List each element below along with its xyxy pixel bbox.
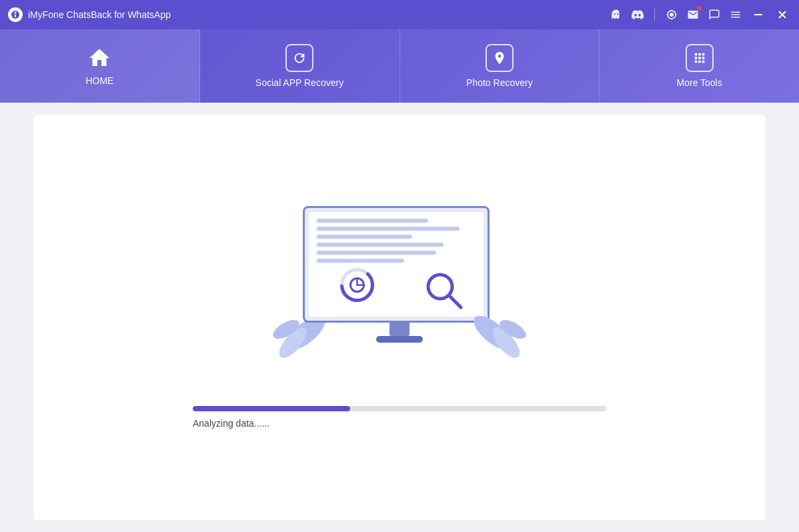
screen-line (317, 251, 436, 255)
mail-icon[interactable] (686, 7, 700, 22)
progress-bar-wrap (193, 406, 606, 411)
close-button[interactable] (774, 6, 791, 23)
title-bar-left: iMyFone ChatsBack for WhatsApp (8, 7, 171, 22)
progress-container: Analyzing data...... (193, 406, 606, 429)
nav-label-home: HOME (85, 75, 113, 86)
illustration (273, 206, 526, 379)
app-title: iMyFone ChatsBack for WhatsApp (28, 9, 171, 20)
monitor-stand (389, 323, 410, 336)
nav-label-photo: Photo Recovery (466, 77, 533, 88)
svg-rect-5 (754, 14, 762, 15)
settings-icon[interactable] (664, 7, 679, 22)
screen-line (317, 227, 460, 231)
nav-label-social: Social APP Recovery (255, 77, 343, 88)
photo-icon (486, 44, 514, 72)
chat-icon[interactable] (707, 7, 722, 22)
monitor-screen (303, 206, 490, 323)
nav-item-social[interactable]: Social APP Recovery (200, 29, 400, 103)
title-bar: iMyFone ChatsBack for WhatsApp (0, 0, 799, 29)
home-icon (87, 46, 111, 70)
nav-bar: HOME Social APP Recovery Photo Recovery … (0, 29, 799, 103)
separator (654, 9, 655, 21)
screen-line (317, 235, 412, 239)
svg-point-3 (614, 13, 616, 15)
mail-badge-dot (697, 6, 702, 11)
title-bar-right (609, 6, 791, 23)
discord-icon[interactable] (630, 7, 645, 22)
monitor-base (376, 336, 423, 343)
main-content: Analyzing data...... (33, 115, 766, 520)
progress-text: Analyzing data...... (193, 418, 269, 429)
leaf-right-icon (473, 293, 526, 359)
svg-point-1 (15, 12, 17, 14)
svg-line-18 (449, 295, 461, 307)
screen-line (317, 243, 444, 247)
magnifier-icon (424, 270, 464, 310)
nav-item-photo[interactable]: Photo Recovery (400, 29, 600, 103)
menu-icon[interactable] (728, 7, 743, 22)
nav-item-more[interactable]: More Tools (600, 29, 799, 103)
app-logo (8, 7, 23, 22)
nav-label-more: More Tools (677, 77, 722, 88)
social-icon (285, 44, 313, 72)
svg-rect-2 (15, 15, 16, 18)
minimize-button[interactable] (750, 6, 767, 23)
svg-point-4 (617, 13, 618, 15)
screen-line (317, 259, 404, 263)
more-tools-icon (686, 44, 714, 72)
progress-bar-fill (193, 406, 350, 411)
gauge-icon (339, 267, 375, 303)
monitor (303, 206, 496, 339)
ghost-icon[interactable] (609, 7, 624, 22)
monitor-screen-inner (309, 212, 484, 317)
nav-item-home[interactable]: HOME (0, 29, 200, 103)
screen-line (317, 219, 428, 223)
